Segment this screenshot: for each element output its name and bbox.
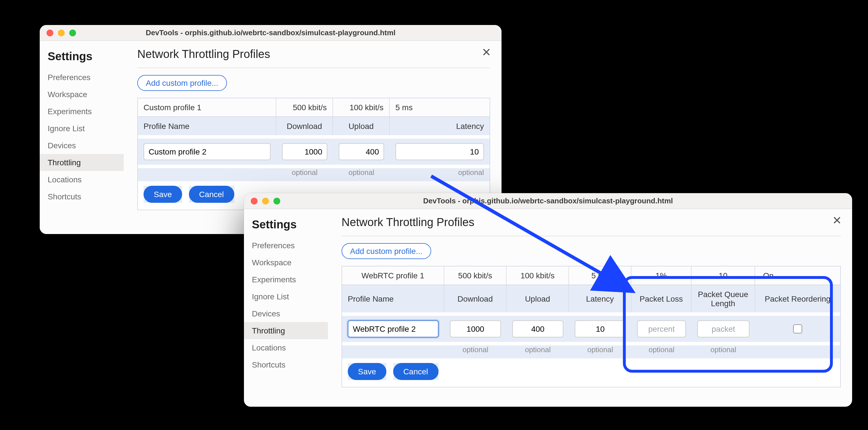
col-download: Download	[276, 117, 333, 135]
col-profile-name: Profile Name	[138, 117, 276, 135]
main-panel: ✕ Network Throttling Profiles Add custom…	[328, 209, 852, 407]
traffic-close-icon[interactable]	[251, 198, 257, 204]
sidebar-item-workspace[interactable]: Workspace	[40, 86, 124, 103]
download-input[interactable]	[450, 320, 501, 337]
col-packet-loss: Packet Loss	[631, 285, 691, 312]
table-header: Profile Name Download Upload Latency Pac…	[342, 285, 840, 312]
sidebar-item-devices[interactable]: Devices	[244, 305, 328, 322]
sidebar-item-ignore-list[interactable]: Ignore List	[40, 120, 124, 137]
packet-reorder-checkbox[interactable]	[793, 324, 802, 334]
traffic-close-icon[interactable]	[46, 30, 53, 36]
optional-label: optional	[569, 345, 631, 359]
cell-name: WebRTC profile 1	[342, 266, 444, 285]
col-packet-queue: Packet Queue Length	[691, 285, 755, 312]
optional-row: optional optional optional	[138, 168, 490, 181]
add-custom-profile-button[interactable]: Add custom profile...	[342, 243, 431, 259]
devtools-window-new: DevTools - orphis.github.io/webrtc-sandb…	[244, 193, 852, 407]
close-icon[interactable]: ✕	[832, 215, 842, 226]
profile-name-input[interactable]	[144, 143, 271, 160]
cell-packet-loss: 1%	[631, 266, 691, 285]
traffic-max-icon[interactable]	[69, 30, 76, 36]
optional-label: optional	[333, 168, 390, 181]
table-row[interactable]: WebRTC profile 1 500 kbit/s 100 kbit/s 5…	[342, 266, 840, 285]
latency-input[interactable]	[575, 320, 626, 337]
sidebar-item-experiments[interactable]: Experiments	[244, 271, 328, 288]
download-input[interactable]	[282, 143, 327, 160]
divider	[342, 236, 841, 236]
sidebar-item-preferences[interactable]: Preferences	[40, 69, 124, 86]
latency-input[interactable]	[396, 143, 484, 160]
save-button[interactable]: Save	[348, 363, 386, 380]
col-latency: Latency	[390, 117, 490, 135]
cell-packet-reorder: On	[755, 266, 840, 285]
divider	[137, 67, 490, 68]
col-upload: Upload	[333, 117, 390, 135]
col-profile-name: Profile Name	[342, 285, 444, 312]
save-button[interactable]: Save	[144, 186, 182, 203]
window-title: DevTools - orphis.github.io/webrtc-sandb…	[146, 28, 396, 37]
sidebar-item-throttling[interactable]: Throttling	[244, 322, 328, 339]
cell-latency: 5 ms	[569, 266, 631, 285]
page-title: Network Throttling Profiles	[342, 216, 841, 233]
table-row[interactable]: Custom profile 1 500 kbit/s 100 kbit/s 5…	[138, 98, 490, 116]
col-download: Download	[444, 285, 507, 312]
close-icon[interactable]: ✕	[482, 47, 491, 58]
titlebar[interactable]: DevTools - orphis.github.io/webrtc-sandb…	[244, 193, 852, 209]
upload-input[interactable]	[512, 320, 563, 337]
page-title: Network Throttling Profiles	[137, 48, 490, 65]
optional-label: optional	[691, 345, 755, 359]
col-upload: Upload	[507, 285, 569, 312]
cell-upload: 100 kbit/s	[507, 266, 569, 285]
upload-input[interactable]	[339, 143, 384, 160]
action-row: Save Cancel	[342, 359, 840, 387]
sidebar-item-experiments[interactable]: Experiments	[40, 103, 124, 120]
cell-name: Custom profile 1	[138, 98, 276, 116]
cancel-button[interactable]: Cancel	[393, 363, 438, 380]
optional-row: optional optional optional optional opti…	[342, 345, 840, 359]
sidebar-item-locations[interactable]: Locations	[40, 171, 124, 188]
sidebar-item-devices[interactable]: Devices	[40, 137, 124, 154]
cell-upload: 100 kbit/s	[333, 98, 390, 116]
cancel-button[interactable]: Cancel	[189, 186, 234, 203]
cell-download: 500 kbit/s	[276, 98, 333, 116]
optional-label: optional	[444, 345, 507, 359]
traffic-max-icon[interactable]	[274, 198, 280, 204]
sidebar-item-throttling[interactable]: Throttling	[40, 154, 124, 171]
sidebar-item-ignore-list[interactable]: Ignore List	[244, 288, 328, 305]
edit-row	[138, 135, 490, 168]
optional-label: optional	[507, 345, 569, 359]
sidebar-item-preferences[interactable]: Preferences	[244, 237, 328, 254]
profile-name-input[interactable]	[348, 320, 438, 337]
settings-sidebar: Settings Preferences Workspace Experimen…	[40, 41, 124, 234]
profiles-table: WebRTC profile 1 500 kbit/s 100 kbit/s 5…	[342, 266, 841, 388]
packet-loss-input[interactable]	[637, 320, 686, 337]
col-packet-reorder: Packet Reordering	[755, 285, 840, 312]
traffic-min-icon[interactable]	[262, 198, 269, 204]
sidebar-item-shortcuts[interactable]: Shortcuts	[40, 188, 124, 205]
add-custom-profile-button[interactable]: Add custom profile...	[137, 75, 227, 91]
sidebar-item-workspace[interactable]: Workspace	[244, 254, 328, 271]
optional-label: optional	[631, 345, 691, 359]
settings-title: Settings	[40, 47, 124, 69]
table-header: Profile Name Download Upload Latency	[138, 116, 490, 135]
settings-sidebar: Settings Preferences Workspace Experimen…	[244, 209, 328, 407]
cell-download: 500 kbit/s	[444, 266, 507, 285]
col-latency: Latency	[569, 285, 631, 312]
optional-label: optional	[276, 168, 333, 181]
optional-label: optional	[390, 168, 490, 181]
packet-queue-input[interactable]	[697, 320, 749, 337]
traffic-min-icon[interactable]	[58, 30, 65, 36]
sidebar-item-locations[interactable]: Locations	[244, 339, 328, 356]
titlebar[interactable]: DevTools - orphis.github.io/webrtc-sandb…	[40, 25, 501, 41]
edit-row	[342, 312, 840, 345]
cell-latency: 5 ms	[390, 98, 490, 116]
settings-title: Settings	[244, 215, 328, 237]
cell-packet-queue: 10	[691, 266, 755, 285]
window-title: DevTools - orphis.github.io/webrtc-sandb…	[423, 197, 673, 205]
sidebar-item-shortcuts[interactable]: Shortcuts	[244, 356, 328, 373]
